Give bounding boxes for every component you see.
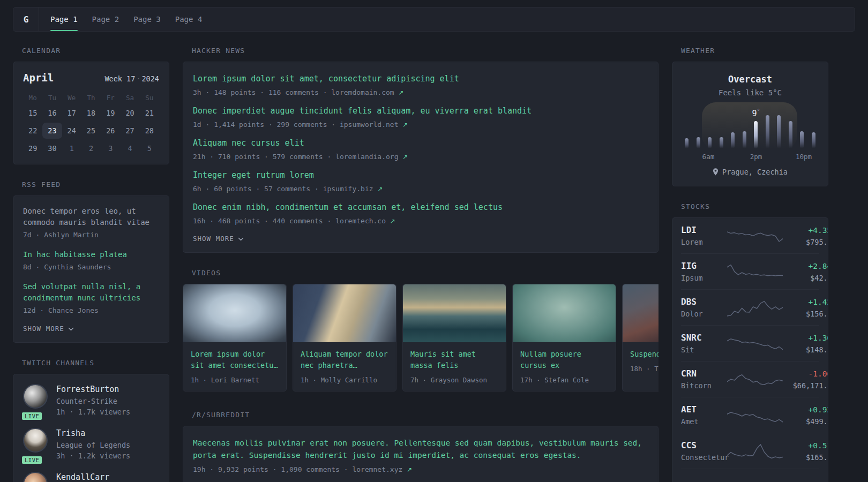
video-card[interactable]: Suspendisse diam 18h · Tara	[622, 284, 659, 391]
twitch-widget: TWITCH CHANNELS LIVE ForrestBurton Count…	[13, 359, 169, 482]
stock-row[interactable]: SNRC Sit +1.36% $148.64	[681, 325, 819, 361]
weekday-header: We	[62, 90, 81, 105]
stock-sparkline	[727, 370, 783, 390]
stocks-widget: STOCKS LDI Lorem +4.35% $795.18	[672, 202, 828, 482]
hackernews-item-title[interactable]: Aliquam nec cursus elit	[193, 137, 648, 149]
twitch-channel-row[interactable]: LIVE ForrestBurton Counter-Strike 1h · 1…	[23, 384, 159, 417]
rss-item-meta: 12d · Chance Jones	[23, 306, 159, 315]
external-link-icon[interactable]: ↗	[399, 89, 404, 96]
video-card-body: Aliquam tempor dolor nec pharetra… 1h · …	[293, 342, 396, 391]
stock-row[interactable]: CCS Consectetur +0.51% $165.84	[681, 433, 819, 469]
calendar-day: 3	[101, 140, 120, 156]
hackernews-item: Donec imperdiet augue tincidunt felis al…	[193, 105, 648, 130]
hackernews-show-more-button[interactable]: SHOW MORE	[193, 235, 244, 243]
stock-sparkline	[727, 405, 783, 426]
stock-row[interactable]: AHS +0.46%	[681, 469, 819, 482]
external-link-icon[interactable]: ↗	[407, 466, 412, 473]
hackernews-item-title[interactable]: Lorem ipsum dolor sit amet, consectetur …	[193, 73, 648, 85]
twitch-avatar-wrap: LIVE	[23, 384, 48, 417]
video-thumbnail	[623, 284, 659, 342]
video-title: Suspendisse diam	[630, 349, 659, 360]
stock-row[interactable]: CRN Bitcorn -1.00% $66,171.48	[681, 361, 819, 397]
stock-row[interactable]: AET Amet +0.92% $499.72	[681, 397, 819, 433]
video-card[interactable]: Mauris sit amet massa felis 7h · Grayson…	[402, 284, 506, 391]
video-card-body: Suspendisse diam 18h · Tara	[623, 342, 659, 380]
stock-id: IIG Ipsum	[681, 261, 727, 283]
chevron-down-icon	[68, 327, 74, 331]
right-column: WEATHER Overcast Feels like 5°C 9° 6am2p…	[672, 47, 828, 482]
live-badge: LIVE	[21, 411, 43, 421]
stock-values: +4.35% $795.18	[783, 225, 828, 247]
subreddit-widget-title: /R/SUBREDDIT	[192, 411, 659, 419]
stock-symbol: CRN	[681, 368, 727, 379]
stock-price: $148.64	[783, 345, 828, 355]
stock-values: +1.36% $148.64	[783, 333, 828, 355]
hackernews-item: Donec enim nibh, condimentum et accumsan…	[193, 201, 648, 226]
location-pin-icon	[713, 168, 719, 176]
page-tab[interactable]: Page 1	[50, 7, 78, 31]
rss-item: Sed volutpat nulla nisl, a condimentum n…	[23, 281, 159, 315]
live-badge: LIVE	[21, 455, 43, 465]
app-logo[interactable]: G	[13, 7, 39, 31]
twitch-channel-game: Counter-Strike	[56, 396, 130, 406]
hackernews-item-title[interactable]: Integer eget rutrum lorem	[193, 169, 648, 182]
rss-item-title[interactable]: Donec tempor eros leo, ut commodo mauris…	[23, 206, 159, 228]
video-card[interactable]: Nullam posuere cursus ex 17h · Stefan Co…	[512, 284, 616, 391]
rss-item-title[interactable]: In hac habitasse platea	[23, 249, 159, 260]
subreddit-post-title[interactable]: Maecenas mollis pulvinar erat non posuer…	[193, 437, 648, 462]
subreddit-post: Maecenas mollis pulvinar erat non posuer…	[193, 437, 648, 473]
external-link-icon[interactable]: ↗	[377, 185, 383, 193]
stock-row[interactable]: IIG Ipsum +2.84% $42.04	[681, 253, 819, 289]
calendar-day: 21	[140, 105, 159, 121]
stock-id: LDI Lorem	[681, 225, 727, 247]
calendar-day: 29	[23, 140, 42, 156]
stock-price: $66,171.48	[783, 381, 828, 390]
twitch-channel-row[interactable]: KendallCarr	[23, 472, 159, 482]
weather-card: Overcast Feels like 5°C 9° 6am2pm10pm Pr…	[672, 62, 828, 186]
stock-values: +0.92% $499.72	[783, 405, 828, 426]
stock-sparkline	[727, 476, 783, 482]
weekday-header: Mo	[23, 90, 42, 105]
twitch-channel-info: Trisha League of Legends 3h · 1.2k viewe…	[56, 428, 130, 461]
stock-name: Lorem	[681, 238, 727, 247]
weather-bars	[685, 115, 815, 148]
hackernews-card: Lorem ipsum dolor sit amet, consectetur …	[183, 62, 659, 253]
stock-row[interactable]: LDI Lorem +4.35% $795.18	[681, 218, 819, 253]
video-card[interactable]: Lorem ipsum dolor sit amet consectetu… 1…	[183, 284, 287, 391]
video-card[interactable]: Aliquam tempor dolor nec pharetra… 1h · …	[293, 284, 396, 391]
stock-change: +0.92%	[783, 405, 828, 415]
hackernews-item-title[interactable]: Donec enim nibh, condimentum et accumsan…	[193, 201, 648, 214]
external-link-icon[interactable]: ↗	[402, 153, 408, 161]
stock-values: +1.42% $156.28	[783, 297, 828, 319]
external-link-icon[interactable]: ↗	[390, 217, 395, 225]
page-tab[interactable]: Page 3	[133, 7, 161, 31]
calendar-day: 26	[101, 123, 120, 139]
chevron-down-icon	[238, 237, 244, 241]
twitch-channel-meta: 3h · 1.2k viewers	[56, 451, 130, 461]
twitch-channel-name: ForrestBurton	[56, 384, 130, 395]
page-tab[interactable]: Page 2	[92, 7, 119, 31]
rss-item-title[interactable]: Sed volutpat nulla nisl, a condimentum n…	[23, 281, 159, 304]
rss-widget-title: RSS FEED	[22, 180, 169, 189]
separator-dot: ·	[136, 74, 140, 83]
stock-row[interactable]: DBS Dolor +1.42% $156.28	[681, 289, 819, 325]
videos-widget: VIDEOS Lorem ipsum dolor sit amet consec…	[183, 269, 659, 391]
rss-item-meta: 7d · Ashlyn Martin	[23, 230, 159, 239]
page-tab[interactable]: Page 4	[175, 7, 203, 31]
subreddit-post-meta: 19h · 9,932 points · 1,090 comments · lo…	[193, 465, 648, 473]
avatar	[23, 428, 48, 453]
hackernews-item-title[interactable]: Donec imperdiet augue tincidunt felis al…	[193, 105, 648, 117]
twitch-channel-row[interactable]: LIVE Trisha League of Legends 3h · 1.2k …	[23, 428, 159, 461]
stock-symbol: IIG	[681, 261, 727, 272]
navbar: G Page 1Page 2Page 3Page 4	[13, 7, 855, 32]
video-thumbnail	[513, 284, 616, 342]
stock-change: +2.84%	[783, 261, 828, 272]
rss-show-more-button[interactable]: SHOW MORE	[23, 325, 74, 333]
weekday-header: Su	[140, 90, 159, 105]
twitch-card: LIVE ForrestBurton Counter-Strike 1h · 1…	[13, 374, 169, 482]
video-meta: 1h · Lori Barnett	[191, 376, 279, 384]
twitch-channel-info: KendallCarr	[56, 472, 109, 482]
stock-id: CCS Consectetur	[681, 440, 727, 462]
stock-symbol: LDI	[681, 225, 727, 236]
external-link-icon[interactable]: ↗	[402, 121, 408, 129]
